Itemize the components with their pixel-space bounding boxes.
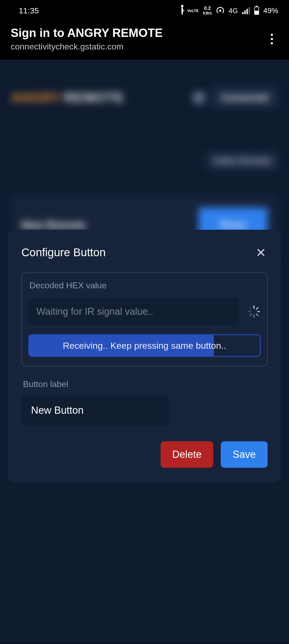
loading-spinner-icon bbox=[247, 305, 261, 318]
status-right-cluster: VoLTE 0.2 KB/s 4G 49% bbox=[181, 6, 278, 16]
signal-icon bbox=[242, 7, 250, 14]
more-options-icon[interactable] bbox=[265, 28, 278, 50]
page-content: ANGRYREMOTE Connected Online Remotes New… bbox=[0, 60, 289, 644]
close-icon bbox=[256, 248, 266, 257]
modal-title: Configure Button bbox=[21, 246, 106, 259]
decoded-hex-label: Decoded HEX value bbox=[28, 281, 261, 290]
app-header: Sign in to ANGRY REMOTE connectivitychec… bbox=[0, 21, 289, 60]
delete-button[interactable]: Delete bbox=[161, 441, 214, 468]
modal-actions: Delete Save bbox=[21, 441, 268, 468]
battery-percent: 49% bbox=[263, 6, 278, 15]
receive-progress: Receiving.. Keep pressing same button.. bbox=[28, 334, 261, 357]
close-button[interactable] bbox=[254, 246, 268, 259]
alarm-icon bbox=[181, 6, 183, 15]
remote-card-title: New Remote bbox=[21, 219, 86, 231]
button-label-heading: Button label bbox=[21, 379, 268, 389]
page-title: Sign in to ANGRY REMOTE bbox=[11, 26, 163, 40]
connected-chip: Connected bbox=[211, 86, 278, 109]
hex-value-input[interactable]: Waiting for IR signal value.. bbox=[28, 298, 239, 325]
battery-icon bbox=[254, 7, 259, 15]
svg-line-1 bbox=[256, 308, 258, 309]
status-time: 11:35 bbox=[19, 6, 39, 15]
page-subtitle: connectivitycheck.gstatic.com bbox=[11, 42, 163, 52]
svg-line-3 bbox=[256, 314, 258, 316]
network-type: 4G bbox=[229, 7, 238, 15]
hotspot-icon bbox=[216, 7, 224, 15]
svg-line-7 bbox=[250, 308, 252, 309]
svg-line-5 bbox=[250, 314, 252, 316]
configure-button-modal: Configure Button Decoded HEX value Waiti… bbox=[8, 230, 281, 482]
app-logo: ANGRYREMOTE bbox=[11, 90, 124, 105]
save-button[interactable]: Save bbox=[221, 441, 268, 468]
progress-text: Receiving.. Keep pressing same button.. bbox=[29, 335, 260, 356]
button-label-input[interactable] bbox=[21, 396, 169, 425]
online-remotes-chip: Online Remotes bbox=[206, 151, 278, 170]
decoded-hex-section: Decoded HEX value Waiting for IR signal … bbox=[21, 273, 268, 366]
connection-dot-icon bbox=[192, 91, 206, 104]
data-rate: 0.2 KB/s bbox=[203, 6, 212, 16]
status-bar: 11:35 VoLTE 0.2 KB/s 4G 49% bbox=[0, 0, 289, 21]
volte-indicator: VoLTE bbox=[187, 8, 199, 13]
